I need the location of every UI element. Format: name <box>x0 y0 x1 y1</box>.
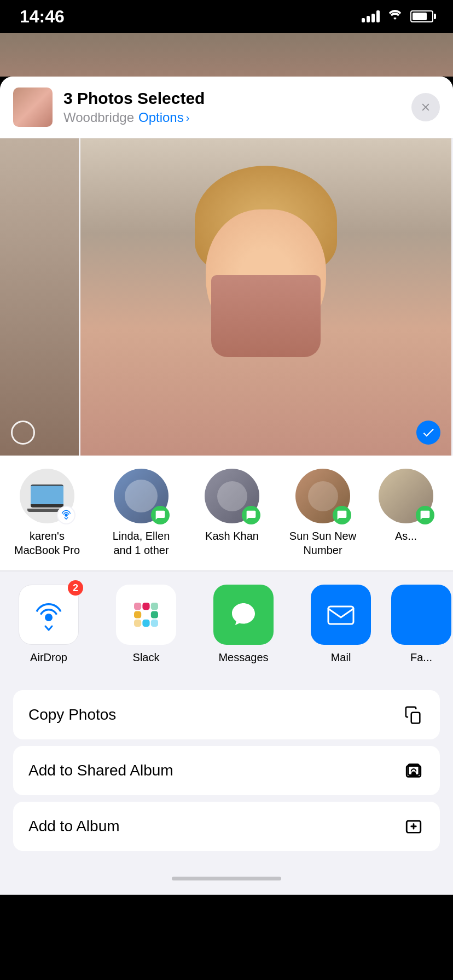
status-bar: 14:46 <box>0 0 453 33</box>
add-album-icon <box>403 815 425 837</box>
mail-icon-wrapper <box>311 585 371 645</box>
person-avatar-macbook <box>20 469 74 523</box>
bottom-padding <box>0 851 453 862</box>
messages-app-icon <box>213 585 274 645</box>
more-app-icon <box>391 585 451 645</box>
person-avatar-linda <box>114 469 169 523</box>
airdrop-label: AirDrop <box>30 651 67 664</box>
photo-strip <box>0 138 453 456</box>
svg-point-0 <box>65 514 68 517</box>
shared-album-action[interactable]: Add to Shared Album <box>13 746 440 795</box>
selection-check-2[interactable] <box>416 421 440 445</box>
slack-label: Slack <box>133 651 160 664</box>
share-options-link[interactable]: Options › <box>138 110 189 125</box>
mail-label: Mail <box>331 651 351 664</box>
checkmark-icon <box>421 425 435 440</box>
messages-svg-icon <box>226 598 260 632</box>
app-item-more[interactable]: Fa... <box>390 585 453 664</box>
photo-item-1[interactable] <box>0 138 79 456</box>
svg-rect-11 <box>411 713 420 724</box>
photo-peek-bg <box>0 33 453 77</box>
separator-2 <box>0 673 453 681</box>
airdrop-icon-wrapper: 2 <box>19 585 79 645</box>
messages-badge-icon-kash <box>246 510 257 521</box>
child-face <box>189 166 342 352</box>
share-thumbnail <box>13 88 53 127</box>
app-item-airdrop[interactable]: 2 AirDrop <box>0 585 97 664</box>
airdrop-svg-icon <box>31 597 67 633</box>
people-row: karen's MacBook Pro Linda, Ellen and 1 o… <box>0 456 453 571</box>
svg-rect-7 <box>151 603 158 610</box>
svg-rect-8 <box>151 620 158 627</box>
person-avatar-sunsun <box>295 469 350 523</box>
action-list: Copy Photos Add to Shared Album <box>0 681 453 851</box>
airdrop-badge-icon <box>60 509 72 521</box>
messages-badge-kash <box>242 506 260 524</box>
share-title: 3 Photos Selected <box>63 89 400 108</box>
messages-label: Messages <box>218 651 268 664</box>
more-label: Fa... <box>410 651 432 664</box>
wifi-icon <box>387 9 403 24</box>
status-time: 14:46 <box>20 7 65 27</box>
person-avatar-allso <box>379 469 433 523</box>
messages-badge-icon <box>155 510 166 521</box>
add-album-label: Add to Album <box>28 818 120 835</box>
home-indicator <box>0 862 453 895</box>
person-name-allso: As... <box>395 529 417 543</box>
home-bar <box>172 877 281 880</box>
copy-photos-action[interactable]: Copy Photos <box>13 690 440 739</box>
svg-rect-2 <box>134 611 141 618</box>
messages-badge-allso <box>416 506 434 524</box>
share-info: 3 Photos Selected Woodbridge Options › <box>63 89 400 125</box>
slack-app-icon <box>116 585 176 645</box>
selection-circle-1[interactable] <box>11 421 35 445</box>
signal-icon <box>362 10 380 22</box>
share-subtitle: Woodbridge Options › <box>63 110 400 125</box>
svg-rect-5 <box>142 620 149 627</box>
chevron-right-icon: › <box>186 112 190 124</box>
messages-badge-linda <box>151 506 170 524</box>
svg-point-14 <box>412 772 415 775</box>
app-item-slack[interactable]: Slack <box>97 585 195 664</box>
options-label[interactable]: Options <box>138 110 184 125</box>
person-item-macbook[interactable]: karen's MacBook Pro <box>0 469 94 557</box>
messages-icon-wrapper <box>213 585 274 645</box>
shared-album-svg-icon <box>404 761 423 780</box>
svg-point-1 <box>45 614 53 621</box>
svg-rect-3 <box>142 603 149 610</box>
person-name-sunsun: Sun Sun New Number <box>284 529 361 557</box>
mail-svg-icon <box>323 597 359 633</box>
share-header: 3 Photos Selected Woodbridge Options › <box>0 77 453 138</box>
svg-rect-9 <box>134 620 141 627</box>
status-icons <box>362 9 433 24</box>
person-item-allso[interactable]: As... <box>370 469 442 557</box>
app-row: 2 AirDrop <box>0 571 453 673</box>
shared-album-label: Add to Shared Album <box>28 762 173 779</box>
share-sheet: 3 Photos Selected Woodbridge Options › <box>0 77 453 895</box>
close-button[interactable] <box>411 93 440 121</box>
macbook-icon <box>31 485 63 508</box>
airdrop-badge <box>57 506 76 524</box>
svg-rect-4 <box>151 611 158 618</box>
photo-item-2[interactable] <box>80 138 451 456</box>
messages-badge-icon-allso <box>420 510 431 521</box>
messages-badge-sunsun <box>333 506 351 524</box>
add-album-svg-icon <box>404 817 423 836</box>
app-item-mail[interactable]: Mail <box>292 585 390 664</box>
person-name-linda: Linda, Ellen and 1 other <box>103 529 179 557</box>
add-album-action[interactable]: Add to Album <box>13 802 440 851</box>
person-name-kash: Kash Khan <box>205 529 259 543</box>
mail-app-icon <box>311 585 371 645</box>
person-name-macbook: karen's MacBook Pro <box>9 529 85 557</box>
messages-badge-icon-sunsun <box>336 510 347 521</box>
close-icon <box>420 101 432 113</box>
person-item-linda[interactable]: Linda, Ellen and 1 other <box>94 469 188 557</box>
person-item-kash[interactable]: Kash Khan <box>188 469 276 557</box>
copy-photos-label: Copy Photos <box>28 706 116 724</box>
person-item-sunsun[interactable]: Sun Sun New Number <box>276 469 370 557</box>
app-item-messages[interactable]: Messages <box>195 585 292 664</box>
battery-icon <box>410 10 433 22</box>
airdrop-badge-count: 2 <box>68 580 83 596</box>
share-location: Woodbridge <box>63 110 134 125</box>
person-avatar-kash <box>205 469 259 523</box>
